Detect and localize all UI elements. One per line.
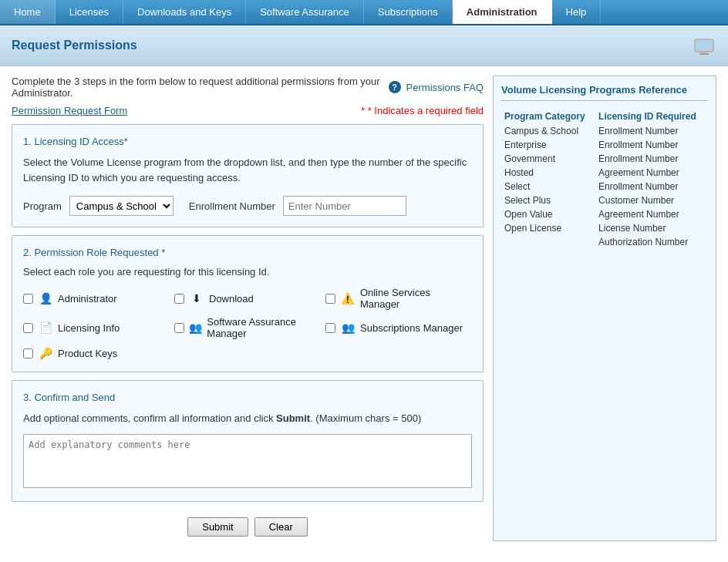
enrollment-input[interactable] <box>283 196 406 216</box>
ref-table-row: Open LicenseLicense Number <box>501 221 708 235</box>
svg-rect-1 <box>696 41 712 49</box>
submit-button[interactable]: Submit <box>187 517 248 537</box>
step2-section: 2. Permission Role Requested * Select ea… <box>12 235 484 372</box>
program-row: Program Campus & SchoolEnterpriseGovernm… <box>23 196 472 216</box>
program-label: Program <box>23 200 62 212</box>
ref-table-row: EnterpriseEnrollment Number <box>501 138 708 152</box>
ref-id-required: Enrollment Number <box>595 124 708 138</box>
form-link-row: Permission Request Form * * Indicates a … <box>12 105 484 116</box>
ref-category: Campus & School <box>501 124 595 138</box>
navigation: HomeLicensesDownloads and KeysSoftware A… <box>0 0 728 25</box>
ref-id-required: Enrollment Number <box>595 180 708 194</box>
ref-id-required: Authorization Number <box>595 235 708 249</box>
role-icon-online-services: ⚠️ <box>340 291 356 306</box>
faq-icon: ? <box>389 81 401 93</box>
ref-id-required: Agreement Number <box>595 207 708 221</box>
role-checkbox-online-services[interactable] <box>325 294 335 304</box>
role-download: ⬇Download <box>174 287 321 310</box>
role-label-software-assurance: Software Assurance Manager <box>207 316 321 339</box>
ref-id-required: Enrollment Number <box>595 152 708 166</box>
ref-id-required: Agreement Number <box>595 166 708 180</box>
comments-textarea[interactable] <box>23 434 472 488</box>
page-header: Request Permissions <box>0 25 728 66</box>
ref-category: Open License <box>501 221 595 235</box>
step3-title: 3. Confirm and Send <box>23 392 472 403</box>
role-licensing-info: 📄Licensing Info <box>23 316 170 339</box>
header-icon <box>692 33 716 58</box>
role-icon-software-assurance: 👥 <box>189 320 202 335</box>
step2-title: 2. Permission Role Requested * <box>23 247 472 258</box>
ref-table-row: Select PlusCustomer Number <box>501 194 708 207</box>
role-label-licensing-info: Licensing Info <box>58 322 120 334</box>
step3-section: 3. Confirm and Send Add optional comment… <box>12 380 484 502</box>
reference-panel: Volume Licensing Programs Reference Prog… <box>493 76 716 541</box>
role-checkbox-subscriptions[interactable] <box>325 323 335 333</box>
nav-item-licenses[interactable]: Licenses <box>56 0 123 24</box>
roles-grid: 👤Administrator⬇Download⚠️Online Services… <box>23 287 472 361</box>
permission-request-form-link[interactable]: Permission Request Form <box>12 105 127 116</box>
ref-col-id: Licensing ID Required <box>595 109 708 124</box>
ref-table-row: Authorization Number <box>501 235 708 249</box>
ref-category: Enterprise <box>501 138 595 152</box>
left-panel: Complete the 3 steps in the form below t… <box>12 76 484 541</box>
permissions-faq-link[interactable]: ? Permissions FAQ <box>389 81 484 93</box>
reference-title: Volume Licensing Programs Reference <box>501 84 708 101</box>
role-icon-product-keys: 🔑 <box>38 345 53 361</box>
role-checkbox-licensing-info[interactable] <box>23 323 33 333</box>
ref-category <box>501 235 595 249</box>
svg-rect-3 <box>699 53 709 55</box>
role-label-product-keys: Product Keys <box>58 348 117 359</box>
ref-table-row: HostedAgreement Number <box>501 166 708 180</box>
role-online-services: ⚠️Online Services Manager <box>325 287 472 310</box>
role-checkbox-administrator[interactable] <box>23 294 33 304</box>
ref-table-row: Open ValueAgreement Number <box>501 207 708 221</box>
step1-section: 1. Licensing ID Access* Select the Volum… <box>12 124 484 227</box>
ref-category: Open Value <box>501 207 595 221</box>
required-note: * * Indicates a required field <box>361 105 484 116</box>
description-text: Complete the 3 steps in the form below t… <box>12 76 389 99</box>
role-subscriptions: 👥Subscriptions Manager <box>325 316 472 339</box>
ref-col-category: Program Category <box>501 109 595 124</box>
role-checkbox-software-assurance[interactable] <box>174 323 184 333</box>
role-checkbox-product-keys[interactable] <box>23 348 33 358</box>
nav-item-software-assurance[interactable]: Software Assurance <box>246 0 364 24</box>
role-icon-administrator: 👤 <box>38 291 53 306</box>
role-product-keys: 🔑Product Keys <box>23 345 170 361</box>
step1-description: Select the Volume License program from t… <box>23 155 472 185</box>
role-label-administrator: Administrator <box>58 293 117 305</box>
ref-table-row: GovernmentEnrollment Number <box>501 152 708 166</box>
role-software-assurance: 👥Software Assurance Manager <box>174 316 321 339</box>
role-administrator: 👤Administrator <box>23 287 170 310</box>
ref-table-row: SelectEnrollment Number <box>501 180 708 194</box>
ref-id-required: Enrollment Number <box>595 138 708 152</box>
role-label-subscriptions: Subscriptions Manager <box>360 322 463 334</box>
desc-row: Complete the 3 steps in the form below t… <box>12 76 484 99</box>
role-icon-licensing-info: 📄 <box>38 320 53 335</box>
clear-button[interactable]: Clear <box>254 517 308 537</box>
nav-item-help[interactable]: Help <box>552 0 602 24</box>
role-label-download: Download <box>209 293 254 305</box>
program-select[interactable]: Campus & SchoolEnterpriseGovernmentHoste… <box>69 196 174 216</box>
ref-id-required: Customer Number <box>595 194 708 207</box>
ref-category: Select <box>501 180 595 194</box>
role-label-online-services: Online Services Manager <box>360 287 472 310</box>
role-icon-subscriptions: 👥 <box>340 320 356 335</box>
ref-table-row: Campus & SchoolEnrollment Number <box>501 124 708 138</box>
nav-item-downloads-and-keys[interactable]: Downloads and Keys <box>123 0 246 24</box>
nav-item-subscriptions[interactable]: Subscriptions <box>364 0 453 24</box>
role-icon-download: ⬇ <box>189 291 204 306</box>
enrollment-label: Enrollment Number <box>189 200 275 212</box>
nav-item-home[interactable]: Home <box>0 0 56 24</box>
page-title: Request Permissions <box>12 39 137 52</box>
ref-category: Hosted <box>501 166 595 180</box>
main-content: Complete the 3 steps in the form below t… <box>0 66 728 550</box>
nav-item-administration[interactable]: Administration <box>453 0 552 24</box>
ref-category: Government <box>501 152 595 166</box>
ref-category: Select Plus <box>501 194 595 207</box>
role-checkbox-download[interactable] <box>174 294 184 304</box>
step3-description: Add optional comments, confirm all infor… <box>23 411 472 426</box>
step2-description: Select each role you are requesting for … <box>23 266 472 278</box>
buttons-row: Submit Clear <box>12 510 484 541</box>
step1-title: 1. Licensing ID Access* <box>23 136 472 147</box>
ref-id-required: License Number <box>595 221 708 235</box>
